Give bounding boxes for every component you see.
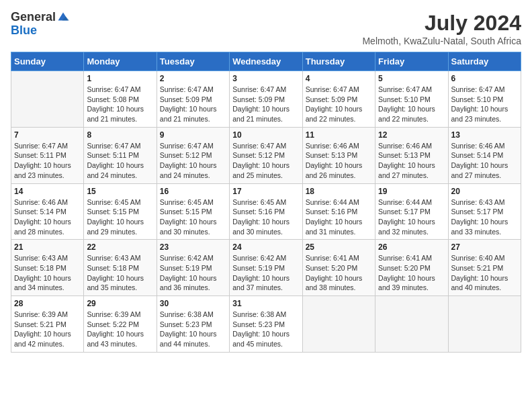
calendar-cell: 24Sunrise: 6:42 AM Sunset: 5:19 PM Dayli…	[230, 240, 302, 296]
day-info: Sunrise: 6:43 AM Sunset: 5:18 PM Dayligh…	[14, 253, 81, 293]
calendar-cell: 9Sunrise: 6:47 AM Sunset: 5:12 PM Daylig…	[157, 127, 229, 183]
calendar-cell: 29Sunrise: 6:39 AM Sunset: 5:22 PM Dayli…	[84, 296, 157, 353]
calendar-cell: 2Sunrise: 6:47 AM Sunset: 5:09 PM Daylig…	[157, 71, 229, 128]
day-number: 24	[232, 242, 299, 252]
weekday-header: Wednesday	[230, 52, 302, 71]
calendar-cell: 6Sunrise: 6:47 AM Sunset: 5:10 PM Daylig…	[448, 71, 521, 128]
day-number: 30	[160, 299, 226, 308]
day-info: Sunrise: 6:47 AM Sunset: 5:09 PM Dayligh…	[306, 85, 372, 124]
day-info: Sunrise: 6:38 AM Sunset: 5:23 PM Dayligh…	[160, 310, 226, 349]
logo-blue: Blue	[11, 24, 69, 38]
calendar-cell: 28Sunrise: 6:39 AM Sunset: 5:21 PM Dayli…	[11, 296, 84, 353]
weekday-header: Monday	[84, 52, 157, 71]
logo-general: General	[11, 11, 56, 24]
calendar-cell: 21Sunrise: 6:43 AM Sunset: 5:18 PM Dayli…	[11, 240, 84, 296]
calendar-cell: 10Sunrise: 6:47 AM Sunset: 5:12 PM Dayli…	[230, 127, 302, 183]
day-number: 19	[378, 187, 445, 196]
calendar-cell: 23Sunrise: 6:42 AM Sunset: 5:19 PM Dayli…	[157, 240, 229, 296]
day-info: Sunrise: 6:41 AM Sunset: 5:20 PM Dayligh…	[378, 253, 445, 293]
calendar-table: SundayMondayTuesdayWednesdayThursdayFrid…	[11, 52, 521, 353]
day-info: Sunrise: 6:47 AM Sunset: 5:10 PM Dayligh…	[378, 85, 445, 124]
day-number: 20	[451, 187, 518, 196]
day-info: Sunrise: 6:39 AM Sunset: 5:21 PM Dayligh…	[14, 310, 81, 349]
day-number: 12	[378, 130, 445, 140]
calendar-week-row: 14Sunrise: 6:46 AM Sunset: 5:14 PM Dayli…	[11, 183, 521, 240]
page-header: General Blue July 2024 Melmoth, KwaZulu-…	[11, 11, 521, 46]
day-number: 31	[232, 299, 299, 308]
calendar-cell: 25Sunrise: 6:41 AM Sunset: 5:20 PM Dayli…	[302, 240, 375, 296]
day-number: 16	[160, 187, 226, 196]
day-info: Sunrise: 6:47 AM Sunset: 5:09 PM Dayligh…	[160, 85, 226, 124]
day-info: Sunrise: 6:46 AM Sunset: 5:13 PM Dayligh…	[306, 141, 372, 181]
calendar-cell: 11Sunrise: 6:46 AM Sunset: 5:13 PM Dayli…	[302, 127, 375, 183]
calendar-cell: 13Sunrise: 6:46 AM Sunset: 5:14 PM Dayli…	[448, 127, 521, 183]
day-info: Sunrise: 6:47 AM Sunset: 5:12 PM Dayligh…	[160, 141, 226, 181]
day-number: 17	[232, 187, 299, 196]
calendar-cell: 17Sunrise: 6:45 AM Sunset: 5:16 PM Dayli…	[230, 183, 302, 240]
day-number: 18	[306, 187, 372, 196]
day-number: 26	[378, 242, 445, 252]
day-number: 13	[451, 130, 518, 140]
calendar-week-row: 28Sunrise: 6:39 AM Sunset: 5:21 PM Dayli…	[11, 296, 521, 353]
calendar-cell: 1Sunrise: 6:47 AM Sunset: 5:08 PM Daylig…	[84, 71, 157, 128]
calendar-cell: 14Sunrise: 6:46 AM Sunset: 5:14 PM Dayli…	[11, 183, 84, 240]
weekday-header: Thursday	[302, 52, 375, 71]
day-info: Sunrise: 6:38 AM Sunset: 5:23 PM Dayligh…	[232, 310, 299, 349]
title-block: July 2024 Melmoth, KwaZulu-Natal, South …	[362, 11, 521, 46]
calendar-cell: 20Sunrise: 6:43 AM Sunset: 5:17 PM Dayli…	[448, 183, 521, 240]
calendar-cell: 27Sunrise: 6:40 AM Sunset: 5:21 PM Dayli…	[448, 240, 521, 296]
day-info: Sunrise: 6:47 AM Sunset: 5:09 PM Dayligh…	[232, 85, 299, 124]
calendar-cell: 31Sunrise: 6:38 AM Sunset: 5:23 PM Dayli…	[230, 296, 302, 353]
day-number: 23	[160, 242, 226, 252]
day-info: Sunrise: 6:47 AM Sunset: 5:08 PM Dayligh…	[87, 85, 153, 124]
day-info: Sunrise: 6:42 AM Sunset: 5:19 PM Dayligh…	[160, 253, 226, 293]
day-info: Sunrise: 6:42 AM Sunset: 5:19 PM Dayligh…	[232, 253, 299, 293]
calendar-cell: 30Sunrise: 6:38 AM Sunset: 5:23 PM Dayli…	[157, 296, 229, 353]
day-info: Sunrise: 6:47 AM Sunset: 5:11 PM Dayligh…	[87, 141, 153, 181]
weekday-header: Tuesday	[157, 52, 229, 71]
calendar-cell	[448, 296, 521, 353]
calendar-cell: 19Sunrise: 6:44 AM Sunset: 5:17 PM Dayli…	[375, 183, 448, 240]
calendar-cell: 22Sunrise: 6:43 AM Sunset: 5:18 PM Dayli…	[84, 240, 157, 296]
day-number: 6	[451, 74, 518, 83]
day-info: Sunrise: 6:44 AM Sunset: 5:17 PM Dayligh…	[378, 197, 445, 237]
day-info: Sunrise: 6:46 AM Sunset: 5:13 PM Dayligh…	[378, 141, 445, 181]
day-info: Sunrise: 6:45 AM Sunset: 5:15 PM Dayligh…	[87, 197, 153, 237]
day-info: Sunrise: 6:47 AM Sunset: 5:12 PM Dayligh…	[232, 141, 299, 181]
calendar-cell: 4Sunrise: 6:47 AM Sunset: 5:09 PM Daylig…	[302, 71, 375, 128]
weekday-header: Friday	[375, 52, 448, 71]
day-info: Sunrise: 6:46 AM Sunset: 5:14 PM Dayligh…	[451, 141, 518, 181]
calendar-cell: 18Sunrise: 6:44 AM Sunset: 5:16 PM Dayli…	[302, 183, 375, 240]
day-number: 21	[14, 242, 81, 252]
day-number: 29	[87, 299, 153, 308]
calendar-cell: 12Sunrise: 6:46 AM Sunset: 5:13 PM Dayli…	[375, 127, 448, 183]
day-info: Sunrise: 6:45 AM Sunset: 5:16 PM Dayligh…	[232, 197, 299, 237]
calendar-cell	[302, 296, 375, 353]
weekday-header-row: SundayMondayTuesdayWednesdayThursdayFrid…	[11, 52, 521, 71]
day-number: 9	[160, 130, 226, 140]
calendar-week-row: 1Sunrise: 6:47 AM Sunset: 5:08 PM Daylig…	[11, 71, 521, 128]
calendar-cell: 5Sunrise: 6:47 AM Sunset: 5:10 PM Daylig…	[375, 71, 448, 128]
day-number: 25	[306, 242, 372, 252]
day-info: Sunrise: 6:47 AM Sunset: 5:11 PM Dayligh…	[14, 141, 81, 181]
day-number: 5	[378, 74, 445, 83]
calendar-cell: 26Sunrise: 6:41 AM Sunset: 5:20 PM Dayli…	[375, 240, 448, 296]
calendar-cell: 3Sunrise: 6:47 AM Sunset: 5:09 PM Daylig…	[230, 71, 302, 128]
day-number: 8	[87, 130, 153, 140]
day-info: Sunrise: 6:45 AM Sunset: 5:15 PM Dayligh…	[160, 197, 226, 237]
day-info: Sunrise: 6:43 AM Sunset: 5:18 PM Dayligh…	[87, 253, 153, 293]
day-info: Sunrise: 6:44 AM Sunset: 5:16 PM Dayligh…	[306, 197, 372, 237]
day-number: 22	[87, 242, 153, 252]
day-number: 28	[14, 299, 81, 308]
logo-icon	[57, 11, 69, 24]
day-number: 14	[14, 187, 81, 196]
main-title: July 2024	[362, 11, 521, 36]
day-number: 2	[160, 74, 226, 83]
day-number: 7	[14, 130, 81, 140]
day-info: Sunrise: 6:41 AM Sunset: 5:20 PM Dayligh…	[306, 253, 372, 293]
day-info: Sunrise: 6:47 AM Sunset: 5:10 PM Dayligh…	[451, 85, 518, 124]
calendar-cell: 15Sunrise: 6:45 AM Sunset: 5:15 PM Dayli…	[84, 183, 157, 240]
calendar-cell: 16Sunrise: 6:45 AM Sunset: 5:15 PM Dayli…	[157, 183, 229, 240]
day-number: 3	[232, 74, 299, 83]
day-number: 15	[87, 187, 153, 196]
